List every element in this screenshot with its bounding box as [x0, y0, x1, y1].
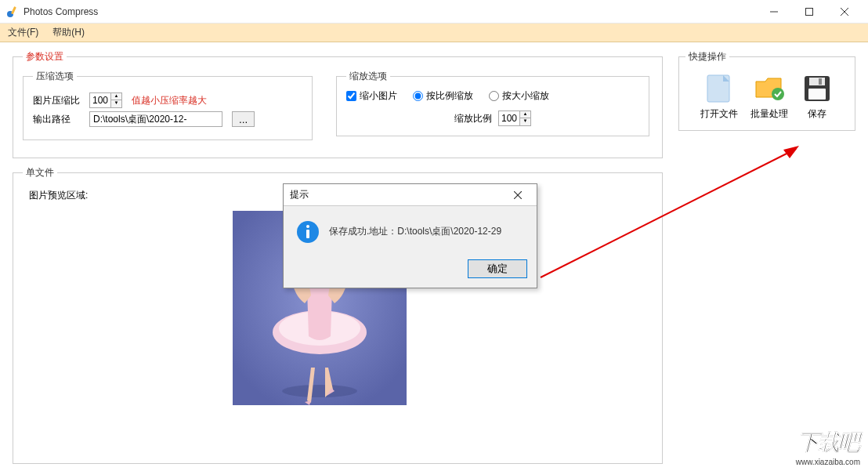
close-button[interactable]: [826, 0, 862, 24]
menu-bar: 文件(F) 帮助(H): [0, 24, 868, 42]
compress-ratio-down[interactable]: ▼: [110, 100, 121, 107]
quick-legend: 快捷操作: [685, 50, 729, 63]
title-bar: Photos Compress: [0, 0, 868, 24]
watermark-url: www.xiazaiba.com: [796, 458, 860, 466]
scale-ratio-up[interactable]: ▲: [519, 111, 530, 118]
quick-actions-fieldset: 快捷操作 打开文件 批量处理 保存: [678, 50, 855, 131]
maximize-button[interactable]: [791, 0, 826, 24]
svg-point-14: [282, 385, 357, 397]
message-dialog: 提示 保存成功.地址：D:\tools\桌面\2020-12-29 确定: [283, 183, 537, 288]
scale-by-ratio-label[interactable]: 按比例缩放: [413, 89, 473, 103]
batch-process-button[interactable]: 批量处理: [750, 73, 788, 121]
compress-ratio-hint: 值越小压缩率越大: [132, 94, 207, 107]
watermark-cn: 下载吧: [797, 428, 859, 458]
compress-ratio-input[interactable]: [90, 93, 110, 107]
floppy-save-icon: [801, 73, 834, 104]
svg-rect-1: [11, 6, 16, 14]
browse-button[interactable]: ...: [232, 111, 255, 127]
menu-help[interactable]: 帮助(H): [52, 26, 85, 39]
scale-options-group: 缩放选项 缩小图片 按比例缩放 按大小缩放: [336, 70, 649, 136]
params-fieldset: 参数设置 压缩选项 图片压缩比 ▲ ▼ 值越小压缩率越大 输出路径: [13, 50, 663, 158]
scale-by-size-text: 按大小缩放: [502, 89, 549, 103]
batch-label: 批量处理: [750, 107, 788, 121]
scale-ratio-stepper[interactable]: ▲ ▼: [498, 111, 531, 126]
file-icon: [703, 73, 736, 104]
scale-by-size-label[interactable]: 按大小缩放: [489, 89, 549, 103]
minimize-button[interactable]: [756, 0, 791, 24]
svg-point-7: [772, 88, 784, 100]
output-path-label: 输出路径: [33, 113, 83, 126]
menu-file[interactable]: 文件(F): [8, 26, 38, 39]
svg-marker-20: [783, 146, 799, 158]
compress-options-group: 压缩选项 图片压缩比 ▲ ▼ 值越小压缩率越大 输出路径 ...: [23, 70, 313, 140]
shrink-checkbox-label[interactable]: 缩小图片: [346, 89, 397, 103]
window-title: Photos Compress: [24, 6, 756, 17]
single-file-legend: 单文件: [23, 166, 57, 179]
dialog-message: 保存成功.地址：D:\tools\桌面\2020-12-29: [329, 220, 501, 238]
save-label: 保存: [808, 107, 826, 121]
watermark: 下载吧 www.xiazaiba.com: [796, 428, 860, 466]
svg-rect-10: [819, 78, 822, 85]
output-path-input[interactable]: [89, 111, 222, 127]
app-icon: [6, 5, 19, 18]
dialog-title: 提示: [290, 188, 505, 201]
compress-ratio-label: 图片压缩比: [33, 94, 83, 107]
scale-by-size-radio[interactable]: [489, 91, 499, 101]
folder-check-icon: [753, 73, 786, 104]
dialog-close-button[interactable]: [505, 186, 530, 205]
shrink-checkbox[interactable]: [346, 91, 356, 101]
compress-ratio-stepper[interactable]: ▲ ▼: [89, 92, 122, 108]
scale-by-ratio-radio[interactable]: [413, 91, 423, 101]
svg-rect-9: [809, 78, 825, 85]
scale-by-ratio-text: 按比例缩放: [426, 89, 473, 103]
shrink-text: 缩小图片: [360, 89, 397, 103]
svg-rect-11: [808, 89, 826, 100]
scale-ratio-input[interactable]: [499, 111, 519, 125]
svg-point-24: [306, 225, 309, 228]
dialog-ok-button[interactable]: 确定: [468, 259, 527, 278]
compress-legend: 压缩选项: [33, 70, 77, 83]
open-file-button[interactable]: 打开文件: [700, 73, 738, 121]
scale-ratio-label: 缩放比例: [454, 112, 492, 125]
params-legend: 参数设置: [23, 50, 67, 63]
svg-rect-25: [306, 230, 309, 238]
svg-rect-3: [805, 8, 812, 15]
scale-legend: 缩放选项: [346, 70, 390, 83]
info-icon: [296, 220, 320, 244]
save-button[interactable]: 保存: [801, 73, 834, 121]
scale-ratio-down[interactable]: ▼: [519, 118, 530, 125]
open-file-label: 打开文件: [700, 107, 738, 121]
compress-ratio-up[interactable]: ▲: [110, 93, 121, 100]
